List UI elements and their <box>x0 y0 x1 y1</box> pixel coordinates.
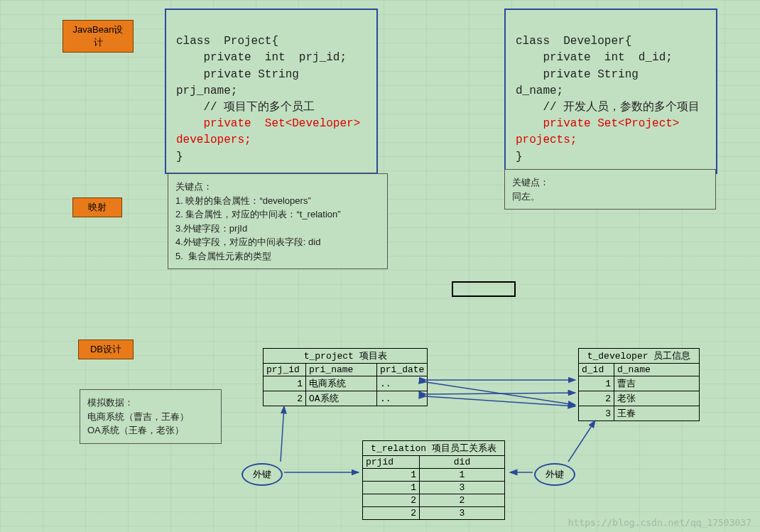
code-line-highlight: private Set<Project> projects; <box>516 117 686 146</box>
codebox-project: class Project{ private int prj_id; priva… <box>165 9 378 174</box>
tag-db: DB设计 <box>78 340 134 359</box>
col-header: prjid <box>363 456 420 469</box>
svg-line-7 <box>568 420 595 462</box>
note-mapping-right: 关键点： 同左。 <box>504 169 716 210</box>
table-t-project: t_project 项目表 prj_id pri_name pri_date 1… <box>263 348 428 406</box>
table-row: 1 电商系统 .. <box>264 376 428 391</box>
col-header: did <box>420 456 505 469</box>
selection-cursor <box>452 281 516 297</box>
fk-ellipse-right: 外键 <box>534 463 575 486</box>
code-line: class Developer{ <box>516 35 631 48</box>
code-line: // 开发人员，参数的多个项目 <box>516 101 700 114</box>
fk-ellipse-left: 外键 <box>241 463 283 486</box>
col-header: d_name <box>614 364 700 376</box>
code-line: } <box>176 151 183 163</box>
code-line: class Project{ <box>176 35 278 48</box>
note-mock-data: 模拟数据： 电商系统（曹吉，王春） OA系统（王春，老张） <box>80 389 222 444</box>
table-t-relation: t_relation 项目员工关系表 prjid did 1 1 1 3 2 2… <box>362 440 505 520</box>
svg-line-3 <box>426 396 575 406</box>
table-title: t_relation 项目员工关系表 <box>363 441 505 456</box>
table-title: t_project 项目表 <box>264 349 428 364</box>
note-mapping-left: 关键点： 1. 映射的集合属性：“developers” 2. 集合属性，对应的… <box>168 173 388 269</box>
code-line-highlight: private Set<Developer> developers; <box>176 117 367 146</box>
table-title: t_developer 员工信息 <box>579 349 700 364</box>
tag-mapping: 映射 <box>72 197 122 217</box>
table-row: 1 曹吉 <box>579 376 700 391</box>
table-t-developer: t_developer 员工信息 d_id d_name 1 曹吉 2 老张 3… <box>578 348 700 421</box>
table-row: 1 3 <box>363 482 505 494</box>
watermark: https://blog.csdn.net/qq_17503037 <box>568 517 751 528</box>
code-line: } <box>516 151 523 163</box>
table-row: 3 王春 <box>579 406 700 421</box>
col-header: d_id <box>579 364 614 376</box>
table-row: 2 OA系统 .. <box>264 391 428 406</box>
svg-line-5 <box>281 406 284 462</box>
svg-line-1 <box>426 382 575 405</box>
codebox-developer: class Developer{ private int d_id; priva… <box>504 9 717 174</box>
table-row: 2 2 <box>363 494 505 507</box>
code-line: private String prj_name; <box>176 68 313 97</box>
code-line: private int prj_id; <box>176 51 347 64</box>
code-line: private int d_id; <box>516 51 673 64</box>
table-row: 2 3 <box>363 507 505 520</box>
col-header: prj_id <box>264 364 306 376</box>
table-row: 1 1 <box>363 469 505 482</box>
tag-javabean: JavaBean设计 <box>63 20 134 53</box>
col-header: pri_name <box>306 364 377 376</box>
col-header: pri_date <box>377 364 428 376</box>
table-row: 2 老张 <box>579 391 700 406</box>
svg-line-2 <box>426 393 575 394</box>
code-line: // 项目下的多个员工 <box>176 101 315 114</box>
code-line: private String d_name; <box>516 68 659 97</box>
